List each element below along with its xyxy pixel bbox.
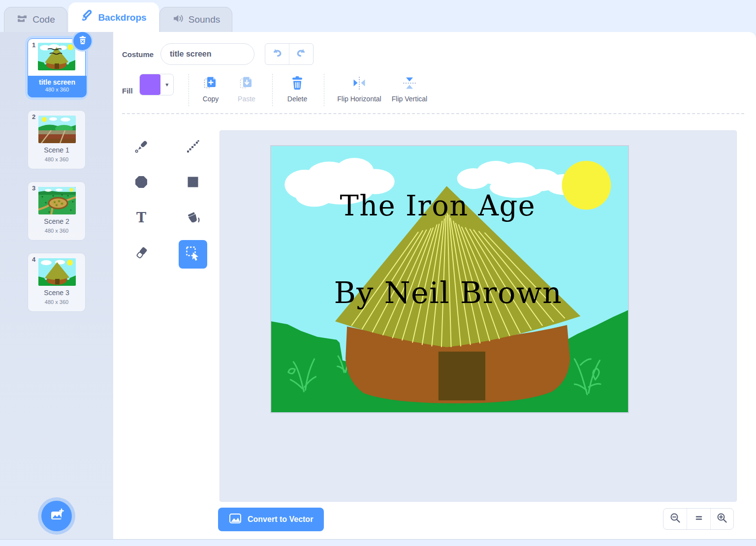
fill-label: Fill bbox=[122, 87, 133, 95]
paste-label: Paste bbox=[238, 95, 255, 103]
backdrop-card-footer: title screen 480 x 360 bbox=[28, 76, 87, 97]
tool-text[interactable]: T bbox=[127, 205, 156, 233]
paste-button[interactable]: Paste bbox=[233, 75, 260, 103]
paste-icon bbox=[239, 75, 254, 93]
undo-button[interactable] bbox=[265, 44, 289, 64]
backdrop-thumbnail-scene-3 bbox=[38, 258, 76, 286]
redo-button[interactable] bbox=[289, 44, 314, 64]
backdrop-name: Scene 1 bbox=[28, 146, 85, 154]
zoom-controls bbox=[663, 508, 734, 530]
flip-horizontal-icon bbox=[351, 75, 367, 93]
tab-bar: Code Backdrops Sounds bbox=[0, 0, 756, 32]
backdrop-list-sidebar: 1 title screen 480 x 360 bbox=[0, 32, 113, 539]
tab-code-label: Code bbox=[32, 14, 55, 25]
circle-tool-icon bbox=[134, 175, 149, 191]
backdrop-size: 480 x 360 bbox=[28, 156, 85, 162]
paint-editor-panel: 1 title screen 480 x 360 bbox=[0, 32, 756, 540]
costume-label: Costume bbox=[122, 50, 154, 59]
paintbrush-icon bbox=[81, 10, 94, 25]
backdrop-name: title screen bbox=[28, 78, 87, 86]
zoom-in-icon bbox=[716, 512, 728, 526]
artwork-title-text: The Iron Age bbox=[340, 189, 536, 222]
code-icon bbox=[16, 13, 28, 27]
backdrop-card-title-screen[interactable]: 1 title screen 480 x 360 bbox=[28, 38, 86, 97]
flip-horizontal-label: Flip Horizontal bbox=[337, 95, 381, 103]
tool-rectangle[interactable] bbox=[179, 169, 207, 197]
backdrop-index: 4 bbox=[32, 256, 35, 263]
backdrop-thumbnail-title-screen bbox=[38, 43, 75, 70]
backdrop-size: 480 x 360 bbox=[28, 299, 85, 305]
fill-tool-icon bbox=[185, 210, 201, 228]
backdrop-index: 1 bbox=[32, 41, 35, 49]
toolbar-separator bbox=[272, 74, 273, 106]
copy-button[interactable]: Copy bbox=[197, 75, 224, 103]
hut-door bbox=[439, 352, 485, 400]
speaker-icon bbox=[172, 12, 184, 27]
rectangle-tool-icon bbox=[186, 175, 200, 191]
fill-color-swatch bbox=[140, 74, 160, 95]
delete-backdrop-button[interactable] bbox=[73, 32, 92, 50]
backdrop-index: 3 bbox=[32, 184, 35, 192]
flip-vertical-label: Flip Vertical bbox=[392, 95, 427, 103]
undo-icon bbox=[271, 47, 284, 61]
add-backdrop-icon bbox=[49, 507, 64, 525]
delete-button[interactable]: Delete bbox=[284, 75, 311, 103]
toolbar-divider bbox=[122, 113, 744, 114]
line-tool-icon bbox=[186, 139, 200, 156]
tool-select[interactable] bbox=[179, 240, 207, 269]
zoom-reset-icon bbox=[693, 512, 705, 526]
tab-sounds-label: Sounds bbox=[189, 14, 220, 25]
trash-icon bbox=[78, 35, 87, 47]
tab-backdrops-label: Backdrops bbox=[98, 12, 146, 23]
zoom-out-icon bbox=[669, 512, 681, 526]
backdrop-size: 480 x 360 bbox=[28, 87, 87, 92]
tool-brush[interactable] bbox=[127, 133, 156, 162]
flip-vertical-icon bbox=[402, 75, 417, 93]
convert-to-vector-label: Convert to Vector bbox=[248, 515, 313, 524]
svg-text:T: T bbox=[136, 211, 146, 225]
copy-label: Copy bbox=[203, 95, 219, 103]
costume-name-input[interactable] bbox=[160, 43, 254, 65]
fill-color-picker[interactable]: ▾ bbox=[139, 74, 174, 95]
flip-horizontal-button[interactable]: Flip Horizontal bbox=[336, 75, 383, 103]
backdrop-thumbnail-scene-1 bbox=[38, 116, 76, 143]
zoom-out-button[interactable] bbox=[663, 509, 687, 529]
tool-line[interactable] bbox=[179, 133, 207, 162]
backdrop-name: Scene 3 bbox=[28, 289, 85, 297]
backdrop-card-scene-1[interactable]: 2 Scene 1 480 x 360 bbox=[28, 110, 86, 169]
redo-icon bbox=[295, 47, 308, 61]
convert-to-vector-button[interactable]: Convert to Vector bbox=[218, 508, 324, 531]
flip-vertical-button[interactable]: Flip Vertical bbox=[387, 75, 432, 103]
eraser-tool-icon bbox=[133, 245, 149, 263]
add-backdrop-button[interactable] bbox=[41, 501, 72, 531]
tab-sounds[interactable]: Sounds bbox=[159, 7, 232, 32]
sun bbox=[562, 161, 611, 210]
backdrop-card-scene-3[interactable]: 4 Scene 3 480 x 360 bbox=[28, 253, 86, 312]
backdrop-card-scene-2[interactable]: 3 bbox=[28, 182, 86, 241]
image-icon bbox=[229, 513, 242, 526]
copy-icon bbox=[203, 75, 219, 93]
paint-canvas-area[interactable]: The Iron Age By Neil Brown bbox=[220, 130, 737, 502]
backdrop-thumbnail-scene-2 bbox=[38, 187, 76, 214]
backdrop-index: 2 bbox=[32, 113, 35, 121]
tool-eraser[interactable] bbox=[127, 240, 156, 269]
zoom-in-button[interactable] bbox=[710, 509, 733, 529]
zoom-reset-button[interactable] bbox=[687, 509, 710, 529]
select-tool-icon bbox=[185, 245, 201, 264]
backdrop-artwork[interactable]: The Iron Age By Neil Brown bbox=[270, 145, 629, 413]
tab-backdrops[interactable]: Backdrops bbox=[68, 2, 159, 32]
tool-circle[interactable] bbox=[127, 169, 156, 197]
tool-fill[interactable] bbox=[179, 205, 207, 233]
delete-label: Delete bbox=[287, 95, 307, 103]
delete-trash-icon bbox=[290, 75, 305, 93]
toolbar-separator bbox=[324, 74, 324, 106]
text-tool-icon: T bbox=[134, 211, 149, 227]
backdrop-name: Scene 2 bbox=[28, 217, 85, 225]
chevron-down-icon: ▾ bbox=[160, 74, 173, 95]
toolbar-separator bbox=[189, 74, 189, 106]
undo-redo-group bbox=[265, 43, 314, 65]
tab-code[interactable]: Code bbox=[4, 7, 67, 32]
artwork-byline-text: By Neil Brown bbox=[334, 275, 562, 310]
brush-tool-icon bbox=[133, 139, 149, 156]
backdrop-size: 480 x 360 bbox=[28, 228, 85, 234]
